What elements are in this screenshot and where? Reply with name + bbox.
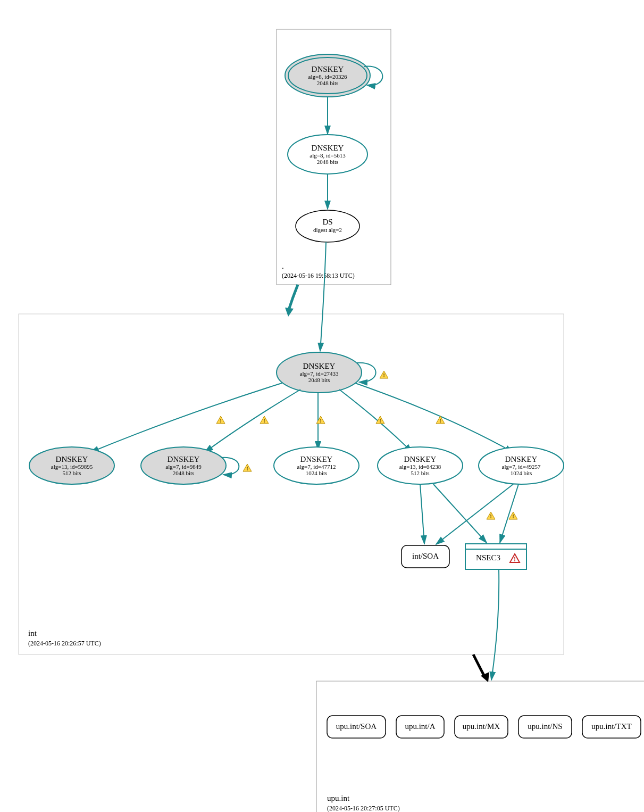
svg-text:2048 bits: 2048 bits [317, 159, 339, 165]
node-upu-ns: upu.int/NS [518, 716, 572, 738]
warning-icon [216, 416, 225, 424]
edge-rootzone-intzone [288, 285, 298, 311]
warning-icon [260, 416, 269, 424]
node-upu-a: upu.int/A [396, 716, 444, 738]
node-int-ksk: DNSKEY alg=7, id=27433 2048 bits [277, 352, 362, 393]
svg-text:2048 bits: 2048 bits [308, 377, 330, 383]
zone-upu-time: (2024-05-16 20:27:05 UTC) [327, 805, 400, 812]
zone-root-label: . [282, 262, 284, 270]
zone-upu-label: upu.int [327, 794, 350, 802]
svg-text:alg=7, id=27433: alg=7, id=27433 [300, 370, 339, 377]
svg-text:upu.int/MX: upu.int/MX [463, 722, 500, 731]
edge-k5-soa [436, 484, 513, 544]
svg-text:DNSKEY: DNSKEY [404, 455, 437, 463]
svg-text:DNSKEY: DNSKEY [303, 362, 336, 370]
svg-text:2048 bits: 2048 bits [173, 470, 195, 476]
svg-text:DNSKEY: DNSKEY [300, 455, 333, 463]
edge-k4-nsec3 [433, 484, 487, 543]
svg-text:upu.int/SOA: upu.int/SOA [336, 722, 377, 731]
edge-intksk-k1 [90, 383, 282, 452]
svg-text:DNSKEY: DNSKEY [56, 455, 88, 463]
edge-ds-intksk [320, 242, 326, 351]
svg-text:DS: DS [322, 218, 332, 226]
zone-int-label: int [28, 629, 37, 637]
node-int-k1: DNSKEY alg=13, id=59895 512 bits [29, 447, 114, 484]
node-int-k5: DNSKEY alg=7, id=49257 1024 bits [479, 447, 564, 484]
svg-text:DNSKEY: DNSKEY [505, 455, 538, 463]
svg-text:512 bits: 512 bits [411, 470, 429, 476]
svg-text:alg=8, id=5613: alg=8, id=5613 [310, 152, 346, 159]
node-root-ds: DS digest alg=2 [296, 210, 359, 242]
svg-text:alg=13, id=64238: alg=13, id=64238 [399, 463, 441, 470]
node-upu-txt: upu.int/TXT [582, 716, 641, 738]
node-root-zsk: DNSKEY alg=8, id=5613 2048 bits [288, 135, 367, 174]
edge-intzone-upuzone [473, 654, 485, 677]
svg-text:upu.int/A: upu.int/A [405, 722, 435, 731]
node-int-k4: DNSKEY alg=13, id=64238 512 bits [378, 447, 463, 484]
node-upu-soa: upu.int/SOA [327, 716, 386, 738]
node-int-nsec3: NSEC3 [465, 544, 526, 569]
svg-text:512 bits: 512 bits [62, 470, 81, 476]
zone-root-time: (2024-05-16 19:58:13 UTC) [282, 272, 355, 279]
svg-point-11 [296, 210, 359, 242]
edge-intksk-k4 [339, 390, 412, 452]
zone-box-upu [316, 681, 644, 812]
svg-text:alg=13, id=59895: alg=13, id=59895 [51, 463, 93, 470]
warning-icon [487, 512, 495, 519]
svg-text:digest alg=2: digest alg=2 [313, 227, 342, 233]
node-int-k3: DNSKEY alg=7, id=47712 1024 bits [274, 447, 359, 484]
warning-icon [243, 464, 252, 471]
node-int-k2: DNSKEY alg=7, id=9849 2048 bits [141, 447, 226, 484]
svg-text:DNSKEY: DNSKEY [168, 455, 200, 463]
svg-text:DNSKEY: DNSKEY [312, 65, 344, 73]
edge-nsec3-upu [491, 569, 499, 680]
svg-text:upu.int/TXT: upu.int/TXT [591, 722, 631, 731]
svg-text:NSEC3: NSEC3 [476, 553, 500, 562]
svg-text:2048 bits: 2048 bits [317, 80, 339, 86]
svg-text:alg=7, id=9849: alg=7, id=9849 [165, 463, 202, 470]
node-upu-mx: upu.int/MX [455, 716, 508, 738]
zone-int-time: (2024-05-16 20:26:57 UTC) [28, 640, 101, 647]
svg-text:int/SOA: int/SOA [412, 552, 439, 560]
dnssec-diagram: ! ! . (2024-05-16 19:58:13 UTC) DNSKEY a… [11, 11, 644, 812]
svg-text:alg=7, id=49257: alg=7, id=49257 [502, 463, 541, 470]
node-root-ksk: DNSKEY alg=8, id=20326 2048 bits [285, 54, 370, 97]
svg-text:1024 bits: 1024 bits [511, 470, 532, 476]
svg-text:alg=7, id=47712: alg=7, id=47712 [297, 463, 336, 470]
svg-text:upu.int/NS: upu.int/NS [528, 722, 562, 731]
svg-text:alg=8, id=20326: alg=8, id=20326 [308, 73, 347, 80]
warning-icon [509, 512, 517, 519]
svg-text:DNSKEY: DNSKEY [312, 144, 344, 152]
edge-k4-soa [420, 484, 424, 544]
warning-icon [380, 371, 388, 378]
svg-text:1024 bits: 1024 bits [306, 470, 328, 476]
node-int-soa: int/SOA [402, 545, 449, 568]
